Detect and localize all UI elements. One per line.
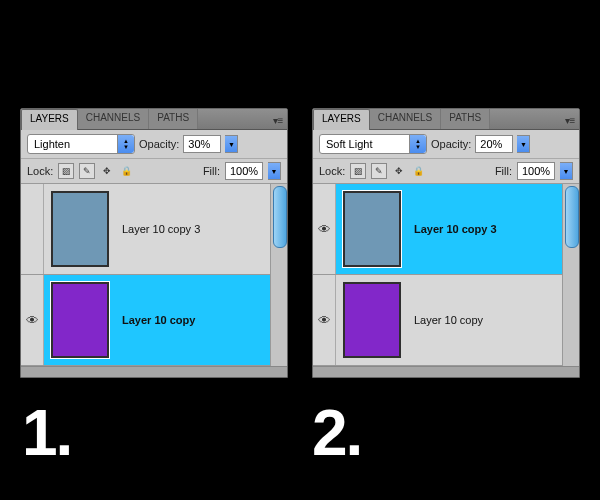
lock-pixels-icon[interactable]: ✎ <box>371 163 387 179</box>
lock-position-icon[interactable]: ✥ <box>100 164 114 178</box>
tab-paths[interactable]: PATHS <box>441 109 490 129</box>
scrollbar[interactable] <box>562 184 579 366</box>
tab-paths[interactable]: PATHS <box>149 109 198 129</box>
dropdown-arrows-icon: ▲▼ <box>409 135 426 153</box>
blend-mode-value: Lighten <box>34 138 70 150</box>
eye-icon[interactable]: 👁 <box>318 222 331 237</box>
fill-stepper-icon[interactable]: ▼ <box>268 162 281 180</box>
layers-list: Layer 10 copy 3 👁 Layer 10 copy <box>21 184 287 366</box>
fill-input[interactable]: 100% <box>517 162 555 180</box>
fill-input[interactable]: 100% <box>225 162 263 180</box>
opacity-stepper-icon[interactable]: ▼ <box>225 135 238 153</box>
lock-all-icon[interactable]: 🔒 <box>119 164 133 178</box>
figure-label-1: 1. <box>22 396 71 470</box>
layer-name[interactable]: Layer 10 copy 3 <box>408 223 562 235</box>
layer-row[interactable]: Layer 10 copy 3 <box>21 184 270 275</box>
tab-layers[interactable]: LAYERS <box>313 109 370 130</box>
layer-row[interactable]: 👁 Layer 10 copy <box>21 275 270 366</box>
opacity-input[interactable]: 30% <box>183 135 221 153</box>
layer-name[interactable]: Layer 10 copy <box>116 314 270 326</box>
tab-channels[interactable]: CHANNELS <box>78 109 149 129</box>
fill-label: Fill: <box>495 165 512 177</box>
scrollbar[interactable] <box>270 184 287 366</box>
scroll-thumb[interactable] <box>565 186 579 248</box>
blend-mode-value: Soft Light <box>326 138 372 150</box>
panel-menu-icon[interactable]: ▾≡ <box>269 112 287 129</box>
lock-label: Lock: <box>27 165 53 177</box>
lock-transparent-icon[interactable]: ▨ <box>58 163 74 179</box>
fill-stepper-icon[interactable]: ▼ <box>560 162 573 180</box>
panel-tab-bar: LAYERS CHANNELS PATHS ▾≡ <box>313 109 579 130</box>
layer-row[interactable]: 👁 Layer 10 copy 3 <box>313 184 562 275</box>
layers-panel-2: LAYERS CHANNELS PATHS ▾≡ Soft Light ▲▼ O… <box>312 108 580 378</box>
layer-name[interactable]: Layer 10 copy 3 <box>116 223 270 235</box>
opacity-label: Opacity: <box>431 138 471 150</box>
blend-mode-select[interactable]: Lighten ▲▼ <box>27 134 135 154</box>
blend-mode-select[interactable]: Soft Light ▲▼ <box>319 134 427 154</box>
dropdown-arrows-icon: ▲▼ <box>117 135 134 153</box>
layer-thumbnail[interactable] <box>51 191 109 267</box>
lock-position-icon[interactable]: ✥ <box>392 164 406 178</box>
panel-tab-bar: LAYERS CHANNELS PATHS ▾≡ <box>21 109 287 130</box>
layers-list: 👁 Layer 10 copy 3 👁 Layer 10 copy <box>313 184 579 366</box>
tab-layers[interactable]: LAYERS <box>21 109 78 130</box>
layer-thumbnail[interactable] <box>343 191 401 267</box>
opacity-stepper-icon[interactable]: ▼ <box>517 135 530 153</box>
lock-transparent-icon[interactable]: ▨ <box>350 163 366 179</box>
opacity-input[interactable]: 20% <box>475 135 513 153</box>
tab-channels[interactable]: CHANNELS <box>370 109 441 129</box>
lock-label: Lock: <box>319 165 345 177</box>
panel-footer <box>313 366 579 377</box>
scroll-thumb[interactable] <box>273 186 287 248</box>
panel-menu-icon[interactable]: ▾≡ <box>561 112 579 129</box>
panel-footer <box>21 366 287 377</box>
lock-pixels-icon[interactable]: ✎ <box>79 163 95 179</box>
layer-thumbnail[interactable] <box>51 282 109 358</box>
opacity-label: Opacity: <box>139 138 179 150</box>
lock-all-icon[interactable]: 🔒 <box>411 164 425 178</box>
layer-thumbnail[interactable] <box>343 282 401 358</box>
fill-label: Fill: <box>203 165 220 177</box>
eye-icon[interactable]: 👁 <box>318 313 331 328</box>
layers-panel-1: LAYERS CHANNELS PATHS ▾≡ Lighten ▲▼ Opac… <box>20 108 288 378</box>
figure-label-2: 2. <box>312 396 361 470</box>
eye-icon[interactable]: 👁 <box>26 313 39 328</box>
layer-name[interactable]: Layer 10 copy <box>408 314 562 326</box>
layer-row[interactable]: 👁 Layer 10 copy <box>313 275 562 366</box>
